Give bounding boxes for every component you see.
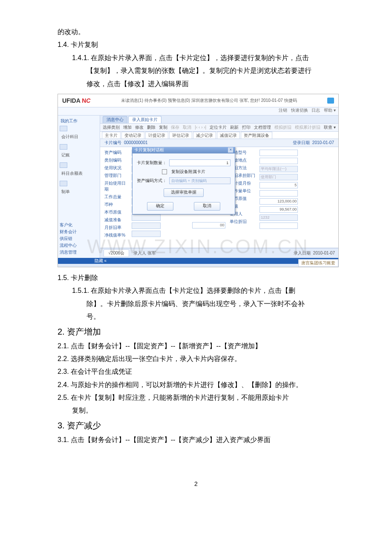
val-impair-res[interactable] — [132, 214, 161, 221]
tb-refresh[interactable]: 刷新 — [230, 124, 239, 130]
val-dep-method[interactable]: 平均年限法(一) — [259, 166, 298, 172]
lbl-asset-code: 资产编码 — [104, 150, 127, 156]
side-jz[interactable]: 记账 — [61, 152, 98, 158]
link-logout[interactable]: 注销 — [279, 107, 287, 113]
sec-2-4: 2.4. 与原始卡片的操作相同，可以对新增的卡片进行【修改】、【删除】的操作。 — [58, 379, 337, 391]
sec-2-3: 2.3. 在会计平台生成凭证 — [58, 365, 337, 378]
lbl-unit-dep: 单位折旧 — [230, 219, 255, 225]
side-mywork[interactable]: 我的工作 — [61, 118, 98, 124]
tab-msgcenter[interactable]: 消息中心 — [103, 116, 127, 123]
checkbox-icon[interactable] — [162, 169, 167, 174]
val-work-unit[interactable] — [259, 190, 298, 197]
ok-button[interactable]: 确定 — [147, 202, 173, 211]
val-mid-00c[interactable]: 00 — [192, 222, 225, 228]
tb-docmgr[interactable]: 文档管理 — [254, 124, 271, 130]
side-xxgl[interactable]: 消息管理 — [60, 249, 98, 255]
footer-entry-user: 录入人 张军 — [129, 250, 294, 256]
dialog-title: 卡片复制对话框 — [134, 147, 164, 153]
form-col3-vals: 平均年限法(一) 使用部门 5 123,000.00 99,567.00 123… — [259, 150, 298, 238]
tab-inputcard[interactable]: 录入原始卡片 — [128, 116, 161, 123]
cancel-button[interactable]: 取消 — [194, 202, 220, 211]
side-cwkj[interactable]: 财务会计 — [60, 229, 98, 235]
sec-2-2: 2.2. 选择类别确定后出现一张空白卡片，录入卡片内容保存。 — [58, 353, 337, 365]
dlg-select-mode[interactable]: 自动编码 + 类别编码 — [169, 177, 231, 184]
lbl-month-dep: 月折旧率 — [104, 225, 127, 231]
subtab-main[interactable]: 主卡片 — [102, 132, 121, 139]
copy-dialog: 卡片复制对话框 × 卡片复制数量： 1 复制设备附属卡片 资 — [132, 147, 235, 214]
val-unit-dep[interactable] — [259, 223, 298, 229]
subtab-attach[interactable]: 资产附属设备 — [241, 132, 272, 139]
footer-date-value: 2010-01-07 — [313, 251, 335, 255]
val-user[interactable]: 1232 — [259, 214, 298, 221]
footer-corp: 唐宫集团练习账套 — [298, 259, 338, 267]
val-net-value[interactable]: 99,567.00 — [259, 206, 298, 213]
main-footer: √2006会 录入人 张军 录入日期 2010-01-07 — [100, 248, 338, 258]
tb-simdep: 模拟折旧 — [274, 124, 291, 130]
subtab-reduce[interactable]: 减少记录 — [193, 132, 216, 139]
lbl-local-orig: 本币原值 — [104, 209, 127, 215]
tb-edit[interactable]: 修改 — [135, 124, 144, 130]
sec-2-5b: 复制。 — [58, 404, 337, 417]
tb-locate[interactable]: 定位卡片 — [210, 124, 227, 130]
sec-2-5a: 2.5. 在卡片【复制】时应注意，只能将新增的卡片进行复制，不能用原始卡片 — [58, 391, 337, 404]
sec-1-4-1c: 修改，点击【修改】进入编辑界面 — [58, 78, 337, 90]
tb-copy[interactable]: 复制 — [159, 124, 167, 130]
val-salvage[interactable] — [132, 231, 161, 237]
lbl-use-state: 使用状况 — [104, 165, 127, 171]
sidebar-hide[interactable]: 隐藏 « — [58, 258, 109, 264]
sec-3-1: 3.1. 点击【财务会计】--【固定资产】--【资产减少】进入资产减少界面 — [58, 434, 337, 446]
link-switch[interactable]: 快速切换 — [291, 107, 308, 113]
sec-1-5: 1.5. 卡片删除 — [58, 272, 337, 284]
top-link-bar: 注销 快速切换 日志 帮助 ▾ — [58, 107, 338, 116]
side-gyl[interactable]: 供应链 — [60, 236, 98, 242]
footer-date-label: 录入日期 — [294, 251, 311, 255]
subtab-accrue[interactable]: 计提记录 — [145, 132, 168, 139]
title-right-icon[interactable] — [327, 98, 334, 104]
dlg-label-mode: 资产编码方式： — [137, 178, 167, 184]
app-logo: UFIDA NC — [62, 97, 90, 104]
link-log[interactable]: 日志 — [311, 107, 320, 113]
val-dep-dept[interactable]: 使用部门 — [259, 174, 298, 180]
dlg-label-count: 卡片复制数量： — [137, 160, 167, 166]
val-location[interactable] — [259, 158, 298, 164]
tb-add[interactable]: 增加 — [123, 124, 132, 130]
footer-org-tab[interactable]: √2006会 — [104, 249, 129, 257]
sec-2-1: 2.1. 点击【财务会计】--【固定资产】--【新增资产】--【资产增加】 — [58, 340, 337, 353]
val-orig-value[interactable]: 123,000.00 — [259, 198, 298, 205]
link-help[interactable]: 帮助 ▾ — [324, 107, 336, 113]
title-status: 未读消息(1) 待办事务(0) 预警信息(0) 深圳唐宫膳饮食有限公司 张军, … — [121, 98, 297, 104]
side-kjkm[interactable]: 会计科目 — [61, 134, 98, 140]
logo-slash: C — [86, 97, 90, 104]
side-icon — [60, 126, 67, 131]
side-kmye[interactable]: 科目余额表 — [61, 171, 98, 176]
side-lczx[interactable]: 流程中心 — [60, 243, 98, 249]
sub-tabs: 主卡片 变动记录 计提记录 评估记录 减少记录 减值记录 资产附属设备 — [100, 132, 338, 139]
tb-select-type[interactable]: 选择类别 — [103, 124, 120, 130]
card-header: 卡片编号 0000000001 登录日期 2010-01-07 — [100, 139, 338, 147]
val-months[interactable]: 5 — [259, 182, 298, 188]
toolbar: 选择类别 增加 修改 删除 复制 保存 取消 |‹ ‹ › ›| 定位卡片 刷新… — [100, 124, 338, 132]
subtab-impair[interactable]: 减值记录 — [217, 132, 240, 139]
sidebar: 我的工作 会计科目 记账 科目余额表 制单 客户化 财务会计 供应链 流程中心 … — [58, 116, 100, 258]
subtab-change[interactable]: 变动记录 — [121, 132, 144, 139]
main-tabs: 消息中心 录入原始卡片 — [100, 116, 338, 124]
side-zd[interactable]: 制单 — [61, 189, 98, 195]
lbl-cat-code: 类别编码 — [104, 157, 127, 163]
close-icon[interactable]: × — [228, 147, 233, 153]
tb-save: 保存 — [171, 124, 179, 130]
dlg-select-approval[interactable]: 选择审批单据 — [164, 188, 204, 197]
tb-delete[interactable]: 删除 — [147, 124, 156, 130]
sec-1-4-1b: 【复制】，录入需复制的张数【确定】。复制完的卡片是浏览状态若要进行 — [58, 64, 337, 77]
dlg-input-count[interactable]: 1 — [169, 159, 231, 166]
logo-red: N — [82, 97, 86, 104]
side-khh[interactable]: 客户化 — [60, 222, 98, 228]
lbl-start-date: 开始使用日期 — [104, 180, 127, 192]
val-spec[interactable] — [259, 150, 298, 156]
form-col1-labels: 资产编码 类别编码 使用状况 管理部门 开始使用日期 工作总量 币种 本币原值 … — [104, 150, 127, 238]
subtab-eval[interactable]: 评估记录 — [169, 132, 192, 139]
val-month-dep[interactable] — [132, 223, 161, 229]
heading-2: 2. 资产增加 — [58, 324, 337, 340]
tb-lookup[interactable]: 联查 ▾ — [324, 124, 336, 130]
tb-print[interactable]: 打印 — [242, 124, 251, 130]
logo-text: UFIDA — [62, 97, 82, 104]
